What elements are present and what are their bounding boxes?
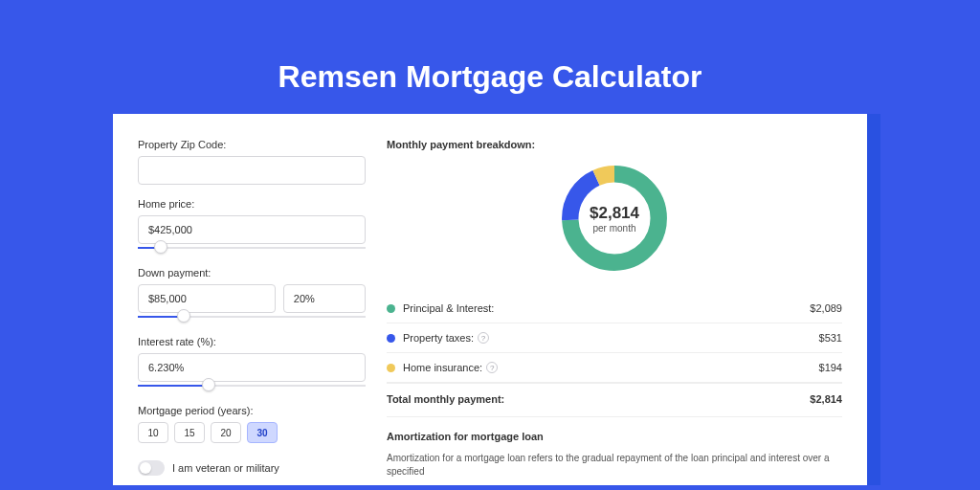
price-slider[interactable] <box>138 242 366 254</box>
period-option-15[interactable]: 15 <box>174 422 205 443</box>
legend-label-taxes: Property taxes: ? <box>403 332 819 344</box>
down-pct-input[interactable] <box>283 284 366 313</box>
breakdown-title: Monthly payment breakdown: <box>387 139 842 150</box>
military-toggle[interactable] <box>138 460 165 476</box>
down-label: Down payment: <box>138 267 366 278</box>
donut-chart-area: $2,814 per month <box>387 156 842 288</box>
period-label: Mortgage period (years): <box>138 405 366 416</box>
military-row: I am veteran or military <box>138 460 366 476</box>
military-label: I am veteran or military <box>172 462 279 474</box>
field-down: Down payment: <box>138 267 366 323</box>
period-options: 10 15 20 30 <box>138 422 366 443</box>
donut-amount: $2,814 <box>590 204 639 223</box>
legend-label-principal: Principal & Interest: <box>403 302 810 314</box>
info-icon[interactable]: ? <box>486 362 498 373</box>
breakdown-legend: Principal & Interest: $2,089 Property ta… <box>387 288 842 416</box>
total-value: $2,814 <box>810 393 842 405</box>
legend-val-insurance: $194 <box>819 362 842 373</box>
zip-label: Property Zip Code: <box>138 139 366 150</box>
total-label: Total monthly payment: <box>387 393 810 405</box>
down-slider[interactable] <box>138 311 366 323</box>
legend-val-taxes: $531 <box>819 332 842 344</box>
legend-row-principal: Principal & Interest: $2,089 <box>387 294 842 323</box>
price-label: Home price: <box>138 198 366 210</box>
calculator-panel: Property Zip Code: Home price: Down paym… <box>113 114 867 485</box>
rate-input[interactable] <box>138 353 366 382</box>
results-column: Monthly payment breakdown: $2,814 per mo… <box>387 139 842 485</box>
down-amount-input[interactable] <box>138 284 276 313</box>
rate-label: Interest rate (%): <box>138 336 366 347</box>
donut-chart: $2,814 per month <box>556 160 673 277</box>
zip-input[interactable] <box>138 156 366 185</box>
donut-sub: per month <box>592 223 635 234</box>
legend-row-insurance: Home insurance: ? $194 <box>387 353 842 383</box>
field-rate: Interest rate (%): <box>138 336 366 391</box>
field-price: Home price: <box>138 198 366 254</box>
legend-row-total: Total monthly payment: $2,814 <box>387 383 842 416</box>
page-title: Remsen Mortgage Calculator <box>0 0 980 114</box>
info-icon[interactable]: ? <box>478 332 489 344</box>
period-option-30[interactable]: 30 <box>247 422 278 443</box>
amort-title: Amortization for mortgage loan <box>387 431 842 442</box>
rate-slider[interactable] <box>138 380 366 391</box>
amort-text: Amortization for a mortgage loan refers … <box>387 452 842 479</box>
period-option-10[interactable]: 10 <box>138 422 168 443</box>
amortization-section: Amortization for mortgage loan Amortizat… <box>387 416 842 479</box>
price-input[interactable] <box>138 215 366 244</box>
dot-principal <box>387 304 395 313</box>
field-zip: Property Zip Code: <box>138 139 366 185</box>
dot-insurance <box>387 364 395 372</box>
legend-row-taxes: Property taxes: ? $531 <box>387 323 842 353</box>
period-option-20[interactable]: 20 <box>211 422 241 443</box>
field-period: Mortgage period (years): 10 15 20 30 <box>138 405 366 443</box>
dot-taxes <box>387 334 395 343</box>
legend-val-principal: $2,089 <box>810 302 842 314</box>
legend-label-insurance: Home insurance: ? <box>403 362 819 373</box>
inputs-column: Property Zip Code: Home price: Down paym… <box>138 139 366 485</box>
